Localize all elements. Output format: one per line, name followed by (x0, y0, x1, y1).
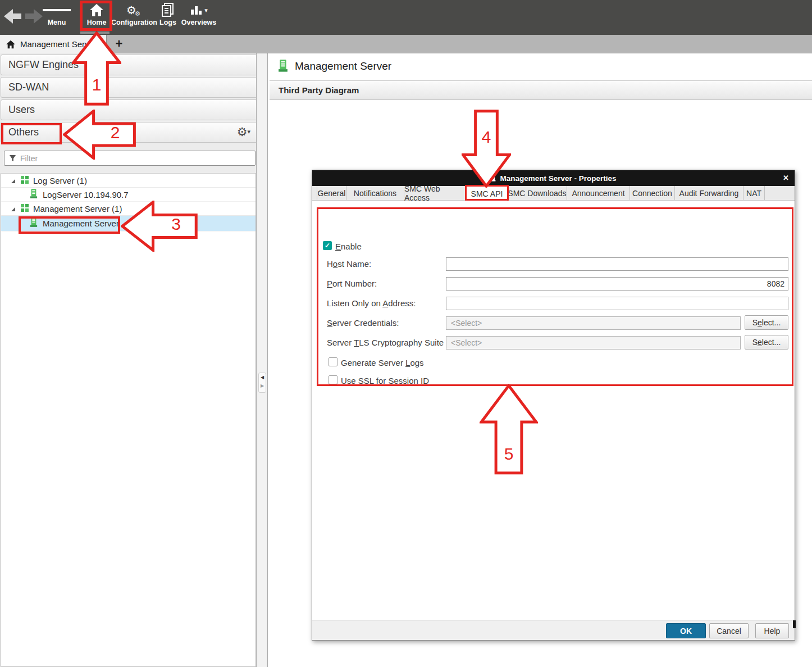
tree-group-label: Management Server (1) (33, 204, 122, 214)
tab-management-server[interactable]: Management Server ✕ (0, 35, 107, 53)
sidebar-item-ngfw-engines[interactable]: NGFW Engines (1, 55, 261, 75)
tree-item-logserver[interactable]: LogServer 10.194.90.7 (1, 188, 256, 202)
port-number-input[interactable] (446, 277, 788, 291)
sidebar: NGFW Engines SD-WAN Users Others ⚙▾ Log … (0, 53, 262, 667)
tree-item-label: Management Server (43, 219, 119, 228)
server-icon (30, 217, 38, 229)
tree-group-label: Log Server (1) (33, 176, 87, 185)
configuration-button[interactable]: ⚙⚙ Configuration (111, 2, 158, 32)
logs-label: Logs (156, 19, 180, 26)
section-label: Others (8, 126, 39, 138)
dialog-tab-announcement[interactable]: Announcement (567, 186, 630, 201)
tools-gear-icon[interactable]: ⚙▾ (237, 125, 250, 139)
dialog-tab-nat[interactable]: NAT (743, 186, 765, 201)
home-label: Home (83, 19, 111, 26)
tree-group-log-server[interactable]: Log Server (1) (1, 174, 256, 188)
third-party-diagram-header: Third Party Diagram (270, 80, 812, 100)
dialog-tab-smc-web-access[interactable]: SMC Web Access (404, 186, 467, 201)
sidebar-item-sd-wan[interactable]: SD-WAN (1, 77, 261, 98)
sidebar-item-users[interactable]: Users (1, 99, 261, 120)
enable-checkbox[interactable]: ✓ (323, 241, 332, 250)
menu-icon (43, 2, 71, 19)
dialog-resize-mark (793, 620, 796, 628)
server-credentials-field[interactable]: <Select> (446, 316, 741, 330)
tree-expanded-icon[interactable] (11, 204, 16, 214)
home-tab-icon (6, 40, 16, 49)
home-icon (83, 2, 111, 19)
back-icon[interactable] (4, 8, 22, 27)
dialog-tab-connection[interactable]: Connection (630, 186, 675, 201)
tab-close-icon[interactable]: ✕ (94, 40, 101, 48)
listen-address-input[interactable] (446, 297, 788, 310)
dialog-tab-general[interactable]: General (317, 186, 346, 201)
filter-funnel-icon (9, 155, 16, 162)
configuration-label: Configuration (111, 19, 158, 26)
dialog-body: ✓ Enable Host Name: Port Number: Listen … (312, 201, 795, 620)
tree-item-label: LogServer 10.194.90.7 (43, 190, 129, 199)
server-icon (278, 60, 288, 72)
section-header-label: Third Party Diagram (279, 85, 359, 95)
host-name-input[interactable] (446, 257, 788, 271)
generate-logs-checkbox[interactable] (329, 357, 337, 366)
server-icon-white (490, 174, 496, 182)
tls-select-button[interactable]: Select... (745, 335, 788, 350)
home-active-indicator (80, 31, 110, 34)
splitter-collapse-control: ◀ ▶ (258, 373, 266, 393)
dialog-title: Management Server - Properties (500, 174, 616, 183)
caret-down-icon: ▾ (247, 128, 250, 135)
collapse-right-icon[interactable]: ▶ (259, 382, 266, 390)
host-name-label: Host Name: (327, 259, 371, 269)
filter-band (0, 144, 262, 173)
server-group-icon (21, 176, 29, 185)
management-server-properties-dialog: Management Server - Properties ✕ General… (312, 170, 795, 641)
bar-chart-icon: ▾ (179, 2, 218, 19)
enable-label: Enable (335, 242, 362, 251)
tree-item-management-server[interactable]: Management Server (1, 216, 256, 232)
gears-icon: ⚙⚙ (111, 2, 158, 19)
caret-down-icon: ▾ (204, 7, 208, 14)
port-number-label: Port Number: (327, 279, 377, 288)
server-group-icon (21, 204, 29, 214)
dialog-tab-audit-forwarding[interactable]: Audit Forwarding (675, 186, 743, 201)
section-label: NGFW Engines (8, 59, 79, 71)
section-label: SD-WAN (8, 81, 49, 93)
use-ssl-checkbox[interactable] (329, 375, 337, 384)
panel-splitter[interactable]: ◀ ▶ (256, 53, 268, 667)
menu-label: Menu (43, 19, 71, 26)
home-button[interactable]: Home (83, 2, 111, 32)
sidebar-item-others[interactable]: Others ⚙▾ (1, 122, 261, 143)
filter-input[interactable] (20, 154, 234, 163)
page-title-row: Management Server (278, 60, 391, 72)
page-title: Management Server (295, 60, 391, 72)
server-credentials-label: Server Credentials: (327, 318, 399, 328)
element-tree: Log Server (1) LogServer 10.194.90.7 Man… (1, 173, 256, 667)
dialog-footer: OK Cancel Help (312, 620, 795, 640)
dialog-titlebar[interactable]: Management Server - Properties ✕ (312, 170, 795, 186)
check-icon: ✓ (325, 242, 330, 249)
collapse-left-icon[interactable]: ◀ (259, 373, 266, 382)
top-toolbar: Menu Home ⚙⚙ Configuration Logs (0, 0, 812, 35)
help-button[interactable]: Help (755, 623, 789, 638)
tree-expanded-icon[interactable] (11, 176, 16, 185)
dialog-tab-smc-api[interactable]: SMC API (467, 186, 508, 201)
dialog-tabs: General Notifications SMC Web Access SMC… (312, 186, 795, 201)
ok-button[interactable]: OK (666, 623, 706, 638)
forward-icon[interactable] (25, 8, 43, 27)
listen-address-label: Listen Only on Address: (327, 298, 416, 308)
menu-button[interactable]: Menu (43, 2, 71, 32)
logs-button[interactable]: Logs (156, 2, 180, 32)
dialog-tab-smc-downloads[interactable]: SMC Downloads (508, 186, 567, 201)
credentials-select-button[interactable]: Select... (745, 315, 788, 330)
tls-suite-field[interactable]: <Select> (446, 336, 741, 350)
overviews-button[interactable]: ▾ Overviews (179, 2, 218, 32)
tree-group-management-server[interactable]: Management Server (1) (1, 202, 256, 216)
dialog-close-icon[interactable]: ✕ (783, 174, 789, 182)
tab-label: Management Server (20, 39, 97, 49)
cancel-button[interactable]: Cancel (709, 623, 749, 638)
section-label: Users (8, 104, 35, 116)
dialog-tab-notifications[interactable]: Notifications (346, 186, 404, 201)
document-tabstrip: Management Server ✕ + (0, 35, 812, 53)
new-tab-button[interactable]: + (111, 35, 127, 53)
tls-suite-label: Server TLS Cryptography Suite Set (327, 338, 459, 347)
server-icon (30, 189, 38, 201)
